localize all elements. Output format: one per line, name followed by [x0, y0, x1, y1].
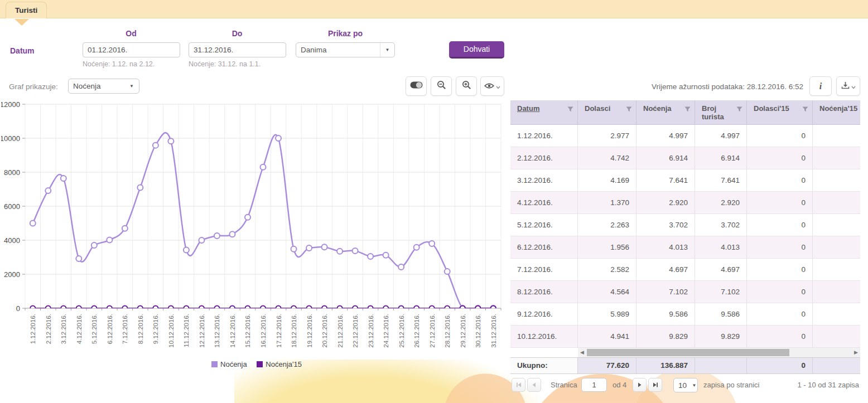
- table-cell: 2.920: [695, 192, 747, 214]
- graf-series-select[interactable]: Noćenja ▼: [68, 79, 139, 94]
- svg-text:2.12.2016.: 2.12.2016.: [45, 314, 52, 344]
- data-updated-text: Vrijeme ažurnosti podataka: 28.12.2016. …: [580, 82, 803, 91]
- zoom-out-button[interactable]: [431, 76, 452, 96]
- column-header-datum[interactable]: Datum: [510, 100, 578, 124]
- total-nocenja15: [813, 358, 860, 373]
- table-cell: 0: [747, 214, 813, 236]
- svg-text:25.12.2016.: 25.12.2016.: [398, 314, 405, 348]
- table-cell: 2.977: [578, 125, 636, 147]
- scroll-left-icon[interactable]: ◀: [578, 348, 586, 357]
- legend-label-nocenja15[interactable]: Noćenja'15: [266, 360, 302, 368]
- table-row[interactable]: 5.12.2016.2.2633.7023.7020: [510, 214, 860, 236]
- page-size-label: zapisa po stranici: [703, 381, 759, 389]
- toggle-icon: [410, 81, 423, 91]
- table-cell: 0: [747, 192, 813, 214]
- scroll-right-icon[interactable]: ▶: [852, 348, 860, 357]
- od-label: Od: [116, 29, 146, 38]
- table-cell: 7.102: [636, 281, 695, 303]
- table-cell: 0: [747, 303, 813, 326]
- chevron-down-icon: ▼: [124, 79, 139, 93]
- svg-text:30.12.2016.: 30.12.2016.: [475, 314, 481, 348]
- table-cell: 1.370: [578, 192, 636, 214]
- page-number-input[interactable]: [581, 378, 607, 392]
- filter-icon[interactable]: [736, 105, 742, 114]
- table-cell: 7.102: [695, 281, 747, 303]
- table-scrollbar-row: ◀ ▶: [510, 348, 860, 357]
- table-cell: 0: [747, 147, 813, 169]
- info-button[interactable]: i: [809, 76, 832, 96]
- svg-text:10.12.2016.: 10.12.2016.: [168, 314, 175, 348]
- filter-icon[interactable]: [684, 105, 691, 114]
- last-page-button[interactable]: [648, 378, 662, 392]
- table-cell: 3.12.2016.: [510, 169, 578, 192]
- table-cell: 3.702: [695, 214, 747, 236]
- column-header-broj-turista[interactable]: Broj turista: [695, 100, 747, 124]
- prikaz-po-select[interactable]: Danima ▼: [296, 42, 395, 57]
- legend-swatch-nocenja[interactable]: [211, 361, 218, 367]
- table-row[interactable]: 3.12.2016.4.1697.6417.6410: [510, 169, 860, 192]
- table-cell: 4.941: [578, 326, 636, 348]
- total-broj-turista: [695, 358, 747, 373]
- filter-icon[interactable]: [626, 105, 632, 114]
- export-button[interactable]: [836, 76, 860, 96]
- column-header-dolasci[interactable]: Dolasci: [578, 100, 636, 124]
- filter-icon[interactable]: [567, 105, 573, 114]
- series-visibility-button[interactable]: [480, 76, 504, 96]
- page-size-select[interactable]: 10 ▼: [673, 378, 698, 392]
- next-page-button[interactable]: [633, 378, 647, 392]
- table-cell: 2.12.2016.: [510, 147, 578, 169]
- table-row[interactable]: 6.12.2016.1.9564.0134.0130: [510, 236, 860, 259]
- svg-text:3.12.2016.: 3.12.2016.: [60, 314, 67, 344]
- table-row[interactable]: 1.12.2016.2.9774.9974.9970: [510, 125, 860, 147]
- horizontal-scrollbar[interactable]: ◀ ▶: [578, 348, 860, 357]
- zoom-in-icon: [462, 80, 471, 92]
- svg-text:29.12.2016.: 29.12.2016.: [460, 314, 466, 348]
- table-cell: 4.169: [578, 169, 636, 192]
- filter-icon[interactable]: [802, 105, 808, 114]
- table-cell: [813, 236, 860, 259]
- date-to-field: [189, 42, 286, 57]
- svg-text:6.12.2016.: 6.12.2016.: [107, 314, 113, 344]
- data-table: Datum Dolasci Noćenja Broj turista Dolas…: [510, 100, 860, 374]
- svg-text:7.12.2016.: 7.12.2016.: [122, 314, 128, 344]
- total-label: Ukupno:: [510, 358, 578, 373]
- table-row[interactable]: 7.12.2016.2.5824.6974.6970: [510, 259, 860, 281]
- date-to-note: Noćenje: 31.12. na 1.1.: [189, 60, 261, 68]
- chart[interactable]: 0200040006000800010000120001.12.2016.2.1…: [1, 102, 507, 360]
- table-row[interactable]: 8.12.2016.4.5647.1027.1020: [510, 281, 860, 303]
- tab-turisti[interactable]: Turisti: [6, 2, 47, 18]
- scrollbar-thumb[interactable]: [587, 349, 789, 356]
- date-to-input[interactable]: [189, 43, 286, 57]
- datum-label: Datum: [10, 46, 35, 55]
- tab-pointer: [15, 19, 29, 26]
- table-cell: 7.12.2016.: [510, 259, 578, 281]
- dohvati-button[interactable]: Dohvati: [449, 41, 504, 59]
- table-cell: 0: [747, 236, 813, 259]
- table-cell: 1.12.2016.: [510, 125, 578, 147]
- table-cell: 5.12.2016.: [510, 214, 578, 236]
- previous-page-button[interactable]: [527, 378, 541, 392]
- legend-swatch-nocenja15[interactable]: [257, 361, 263, 367]
- table-row[interactable]: 10.12.2016.4.9419.8299.8290: [510, 326, 860, 348]
- column-header-nocenja15[interactable]: Noćenja'15: [813, 100, 860, 124]
- svg-text:2000: 2000: [4, 270, 20, 279]
- table-cell: 8.12.2016.: [510, 281, 578, 303]
- chart-type-toggle-button[interactable]: [406, 76, 427, 96]
- first-page-button[interactable]: [512, 378, 525, 392]
- date-from-input[interactable]: [83, 43, 180, 57]
- svg-text:17.12.2016.: 17.12.2016.: [276, 314, 282, 348]
- column-header-dolasci15[interactable]: Dolasci'15: [747, 100, 813, 124]
- legend-label-nocenja[interactable]: Noćenja: [220, 360, 247, 368]
- zoom-in-button[interactable]: [456, 76, 477, 96]
- svg-text:8000: 8000: [4, 168, 20, 177]
- table-row[interactable]: 2.12.2016.4.7426.9146.9140: [510, 147, 860, 169]
- table-cell: 7.641: [636, 169, 695, 192]
- column-header-nocenja[interactable]: Noćenja: [636, 100, 695, 124]
- total-dolasci15: 0: [747, 358, 813, 373]
- chevron-down-icon: [851, 81, 856, 91]
- table-cell: [813, 192, 860, 214]
- table-cell: 5.989: [578, 303, 636, 326]
- svg-text:1.12.2016.: 1.12.2016.: [30, 314, 36, 344]
- table-row[interactable]: 4.12.2016.1.3702.9202.9200: [510, 192, 860, 214]
- table-row[interactable]: 9.12.2016.5.9899.5869.5860: [510, 303, 860, 326]
